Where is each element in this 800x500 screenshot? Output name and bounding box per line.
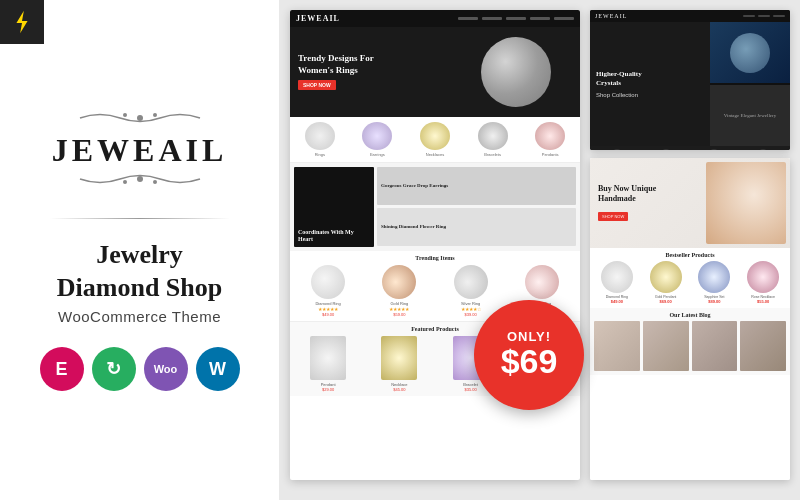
brand-block: JEWEAIL [52,109,228,192]
ms-featured-item: Pendant $29.00 [294,336,362,392]
br-product-price: $89.00 [708,299,720,304]
price-amount: $69 [501,343,558,380]
divider [50,218,230,219]
br-product-img [650,261,682,293]
tr-left: Higher-Quality Crystals Shop Collection [590,22,710,146]
revolution-icon: ↻ [92,347,136,391]
ms-trending-item: Diamond Ring ★★★★★ $49.00 [294,265,362,317]
ms-logo: JEWEAIL [296,14,340,23]
br-product: Rose Necklace $55.00 [740,261,786,304]
tr-card2-text: Vintage Elegant Jewellery [722,111,778,120]
tr-right: Vintage Elegant Jewellery [710,22,790,146]
br-blog-item [692,321,738,371]
ms-product-thumb: Necklaces [408,122,462,157]
product-img [478,122,508,150]
ms-header: JEWEAIL [290,10,580,27]
brand-name: JEWEAIL [52,133,228,168]
ms-product-thumb: Earrings [351,122,405,157]
product-img [535,122,565,150]
svg-point-1 [137,115,143,121]
ms-product-thumb: Rings [293,122,347,157]
price-label: ONLY! [507,330,551,343]
tr-crystal-img [710,22,790,83]
tr-feature-icon [759,149,767,150]
br-product-img [698,261,730,293]
wordpress-icon: W [196,347,240,391]
ms-hero-btn: SHOP NOW [298,80,336,91]
ms-nav-item [482,17,502,20]
br-hero-img [706,162,786,244]
ms-grid-item: Gorgeous Grace Drop Earrings [377,167,576,205]
item-price: $45.00 [393,387,405,392]
product-label: Necklaces [426,152,444,157]
br-hero-text: Buy Now Unique Handmade [598,184,688,205]
ms-grid-item-text: Gorgeous Grace Drop Earrings [381,183,448,190]
ms-nav-item [554,17,574,20]
br-product-img [601,261,633,293]
ms-nav-item [506,17,526,20]
ms-nav-item [458,17,478,20]
ms-grid: Coordinates With My Heart Gorgeous Grace… [290,163,580,251]
ms-grid-right: Gorgeous Grace Drop Earrings Shining Dia… [377,167,576,247]
pendant-img [310,336,346,380]
plugin-icons: E ↻ Woo W [40,347,240,391]
ms-nav-item [530,17,550,20]
right-panel: JEWEAIL Trendy Designs For Women's Rings… [280,0,800,500]
tr-header: JEWEAIL [590,10,790,22]
bottom-right-screenshot: Buy Now Unique Handmade SHOP NOW Bestsel… [590,158,790,480]
title-line2: Diamond Shop [57,272,222,305]
ms-grid-item-text: Shining Diamond Flower Ring [381,224,446,231]
tr-nav-item [773,15,785,17]
br-hero-btn: SHOP NOW [598,212,628,221]
ms-featured-item: Necklace $45.00 [365,336,433,392]
price-badge: ONLY! $69 [474,300,584,410]
tr-feature-item: Free Shipping [594,149,641,150]
br-hero-text-block: Buy Now Unique Handmade SHOP NOW [598,184,688,223]
main-screenshot: JEWEAIL Trendy Designs For Women's Rings… [290,10,580,480]
svg-point-6 [153,180,157,184]
item-price: $39.00 [465,312,477,317]
item-price: $35.00 [465,387,477,392]
br-blog-label: Our Latest Blog [594,312,786,318]
tr-jewelry-img: Vintage Elegant Jewellery [710,85,790,146]
svg-point-5 [123,180,127,184]
ms-hero: Trendy Designs For Women's Rings SHOP NO… [290,27,580,117]
br-product: Diamond Ring $49.00 [594,261,640,304]
product-label: Earrings [370,152,385,157]
ms-grid-item: Shining Diamond Flower Ring [377,208,576,246]
br-product-price: $49.00 [611,299,623,304]
ms-product-thumb: Pendants [523,122,577,157]
tr-hero-sub: Shop Collection [596,92,704,98]
br-blog-item [594,321,640,371]
item-price: $49.00 [322,312,334,317]
lightning-badge [0,0,44,44]
tr-logo: JEWEAIL [595,13,627,19]
ring-img [525,265,559,299]
ms-grid-left: Coordinates With My Heart [294,167,374,247]
ms-grid-left-text: Coordinates With My Heart [298,229,370,243]
br-product: Gold Pendant $69.00 [643,261,689,304]
ms-nav [458,17,574,20]
br-blog-item [740,321,786,371]
woocommerce-icon: Woo [144,347,188,391]
br-blog-item [643,321,689,371]
tr-feature-icon [613,149,621,150]
svg-marker-0 [16,11,27,33]
ms-hero-text: Trendy Designs For Women's Rings SHOP NO… [298,53,398,90]
product-label: Bracelets [484,152,501,157]
ms-trending-item: Gold Ring ★★★★★ $59.00 [365,265,433,317]
svg-point-3 [153,113,157,117]
product-img [420,122,450,150]
product-label: Pendants [542,152,559,157]
tr-features: Free Shipping No Return 24/7 Support Sec… [590,146,790,150]
br-blog-row [594,321,786,371]
tr-nav-item [758,15,770,17]
br-hero: Buy Now Unique Handmade SHOP NOW [590,158,790,248]
ms-product-thumb: Bracelets [466,122,520,157]
br-content: Buy Now Unique Handmade SHOP NOW Bestsel… [590,158,790,480]
tr-feature-item: 24/7 Support [691,149,738,150]
tr-nav-item [743,15,755,17]
svg-point-4 [137,176,143,182]
ms-products-strip: Rings Earrings Necklaces Bracelets Penda… [290,117,580,163]
ms-hero-gems [456,32,576,112]
